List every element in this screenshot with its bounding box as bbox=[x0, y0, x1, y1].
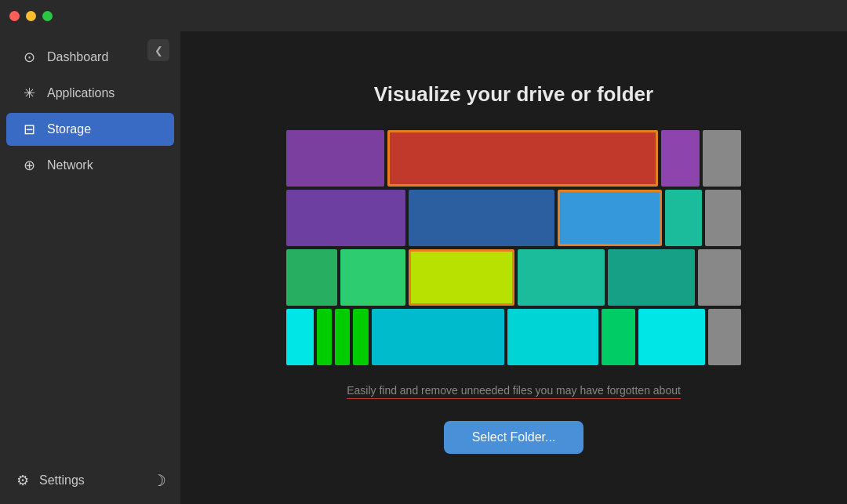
treemap-cell-3-6 bbox=[698, 249, 741, 306]
sidebar-label-storage: Storage bbox=[47, 122, 91, 136]
applications-icon: ✳ bbox=[20, 85, 38, 102]
treemap-cell-1-1 bbox=[286, 130, 384, 187]
settings-icon: ⚙ bbox=[14, 472, 31, 489]
treemap-row-4 bbox=[286, 309, 741, 365]
treemap-cell-4-1 bbox=[286, 309, 314, 365]
treemap-cell-1-3 bbox=[661, 130, 700, 187]
minimize-button[interactable] bbox=[26, 11, 36, 21]
storage-icon: ⊟ bbox=[20, 121, 38, 138]
treemap-cell-2-1 bbox=[286, 190, 405, 246]
sidebar-item-settings[interactable]: ⚙ Settings bbox=[14, 472, 85, 489]
treemap-cell-4-2 bbox=[317, 309, 332, 365]
treemap-cell-2-3 bbox=[558, 190, 662, 246]
sidebar-label-applications: Applications bbox=[47, 86, 115, 100]
treemap-cell-4-7 bbox=[602, 309, 634, 365]
treemap-cell-1-2 bbox=[387, 130, 658, 187]
treemap-cell-4-5 bbox=[372, 309, 505, 365]
sidebar-label-network: Network bbox=[47, 158, 93, 172]
sidebar-bottom-row: ⚙ Settings ☽ bbox=[0, 465, 180, 496]
treemap-cell-2-4 bbox=[665, 190, 702, 246]
sidebar: ⊙ Dashboard ✳ Applications ⊟ Storage ⊕ N… bbox=[0, 31, 180, 504]
sidebar-item-network[interactable]: ⊕ Network bbox=[6, 149, 174, 182]
sidebar-collapse-button[interactable]: ❮ bbox=[147, 39, 169, 61]
treemap-cell-3-1 bbox=[286, 249, 337, 306]
treemap-cell-4-6 bbox=[507, 309, 598, 365]
main-content: Visualize your drive or folder bbox=[180, 31, 847, 504]
close-button[interactable] bbox=[9, 11, 20, 21]
treemap-row-3 bbox=[286, 249, 741, 306]
subtitle: Easily find and remove unneeded files yo… bbox=[347, 384, 681, 399]
treemap-cell-1-4 bbox=[703, 130, 741, 187]
page-title: Visualize your drive or folder bbox=[374, 82, 653, 107]
treemap-cell-4-9 bbox=[708, 309, 741, 365]
titlebar bbox=[0, 0, 847, 31]
select-folder-button[interactable]: Select Folder... bbox=[444, 421, 584, 454]
sidebar-item-storage[interactable]: ⊟ Storage bbox=[6, 113, 174, 146]
treemap-cell-2-5 bbox=[705, 190, 742, 246]
treemap-cell-4-8 bbox=[638, 309, 705, 365]
treemap-row-1 bbox=[286, 130, 741, 187]
maximize-button[interactable] bbox=[42, 11, 53, 21]
network-icon: ⊕ bbox=[20, 157, 38, 174]
sidebar-item-applications[interactable]: ✳ Applications bbox=[6, 77, 174, 110]
treemap-visualization bbox=[286, 130, 741, 365]
sidebar-label-settings: Settings bbox=[39, 473, 85, 488]
treemap-row-2 bbox=[286, 190, 741, 246]
sidebar-label-dashboard: Dashboard bbox=[47, 50, 108, 64]
chevron-left-icon: ❮ bbox=[154, 45, 163, 56]
dashboard-icon: ⊙ bbox=[20, 49, 38, 66]
treemap-cell-3-5 bbox=[608, 249, 695, 306]
treemap-cell-4-3 bbox=[335, 309, 350, 365]
treemap-cell-3-2 bbox=[340, 249, 405, 306]
treemap-cell-3-4 bbox=[518, 249, 605, 306]
treemap-cell-2-2 bbox=[409, 190, 554, 246]
theme-toggle-icon[interactable]: ☽ bbox=[152, 471, 166, 490]
treemap-cell-3-3 bbox=[409, 249, 514, 306]
treemap-cell-4-4 bbox=[353, 309, 368, 365]
